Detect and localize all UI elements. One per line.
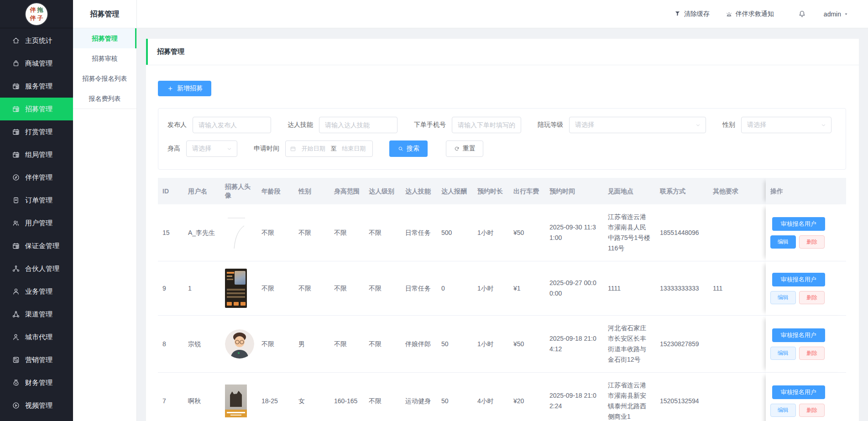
main-content: 招募管理 ＋ 新增招募 发布人 达人技能 下单手机 xyxy=(137,28,868,421)
sidebar-item-渠道管理[interactable]: 渠道管理 xyxy=(0,303,73,326)
cell-place: 江苏省连云港市灌南县人民中路75号1号楼116号 xyxy=(603,204,655,261)
cell-fare: ¥50 xyxy=(509,316,545,373)
cell-age: 18-25 xyxy=(257,373,294,421)
person2-icon xyxy=(12,333,20,341)
filter-panel: 发布人 达人技能 下单手机号 陪玩等级 请选择 xyxy=(158,108,846,170)
sidebar-item-主页统计[interactable]: 主页统计 xyxy=(0,29,73,52)
cell-contact: 13333333333 xyxy=(655,261,708,316)
sidebar-item-招募管理[interactable]: 招募管理 xyxy=(0,98,73,120)
user-menu[interactable]: admin xyxy=(824,10,849,18)
sidebar-item-label: 主页统计 xyxy=(25,36,52,45)
sidebar-item-营销管理[interactable]: 营销管理 xyxy=(0,348,73,371)
gender-select[interactable]: 请选择 xyxy=(741,117,831,133)
cell-level: 不限 xyxy=(364,261,401,316)
add-recruit-button[interactable]: ＋ 新增招募 xyxy=(158,81,211,96)
review-applicants-button[interactable]: 审核报名用户 xyxy=(772,273,825,286)
column-header: 预约时长 xyxy=(473,178,509,204)
sidebar-item-订单管理[interactable]: 订单管理 xyxy=(0,189,73,212)
logo-seal: 伴拖伴子 xyxy=(26,3,47,25)
calendar-icon xyxy=(12,242,20,250)
cell-id: 7 xyxy=(158,373,183,421)
plus-icon: ＋ xyxy=(167,85,174,92)
org-icon xyxy=(12,265,20,273)
share-icon xyxy=(12,310,20,318)
cell-height-range: 不限 xyxy=(329,316,364,373)
delete-button[interactable]: 删除 xyxy=(799,404,825,417)
submenu-item-报名费列表[interactable]: 报名费列表 xyxy=(73,88,136,109)
sidebar-item-组局管理[interactable]: 组局管理 xyxy=(0,143,73,166)
reset-button[interactable]: 重置 xyxy=(446,140,483,157)
cell-username: A_李先生 xyxy=(183,204,220,261)
sidebar-item-城市代理[interactable]: 城市代理 xyxy=(0,326,73,348)
column-header: 达人级别 xyxy=(364,178,401,204)
logo-char: 子 xyxy=(37,15,43,21)
publisher-label: 发布人 xyxy=(167,121,187,129)
sidebar-item-服务管理[interactable]: 服务管理 xyxy=(0,75,73,98)
cell-contact: 18551448096 xyxy=(655,204,708,261)
logo-char: 伴 xyxy=(30,15,36,21)
cell-skill: 伴娘伴郎 xyxy=(401,316,437,373)
cell-duration: 1小时 xyxy=(473,261,509,316)
delete-button[interactable]: 删除 xyxy=(799,235,825,249)
sidebar-item-伴伴管理[interactable]: 伴伴管理 xyxy=(0,166,73,189)
apply-time-daterange[interactable]: 开始日期 至 结束日期 xyxy=(285,140,373,157)
cell-username: 宗锐 xyxy=(183,316,220,373)
level-label: 陪玩等级 xyxy=(538,121,563,129)
cell-level: 不限 xyxy=(364,373,401,421)
sidebar-item-label: 伴伴管理 xyxy=(25,173,52,182)
sidebar-item-用户管理[interactable]: 用户管理 xyxy=(0,212,73,234)
cell-place: 1111 xyxy=(603,261,655,316)
cell-time: 2025-09-18 21:04:12 xyxy=(545,316,603,373)
cell-reward: 50 xyxy=(437,316,473,373)
cell-age: 不限 xyxy=(257,316,294,373)
cell-duration: 1小时 xyxy=(473,316,509,373)
video-icon xyxy=(12,401,20,410)
column-header: 见面地点 xyxy=(603,178,655,204)
marketing-icon xyxy=(12,356,20,364)
edit-button[interactable]: 编辑 xyxy=(770,291,796,304)
sidebar-item-业务管理[interactable]: 业务管理 xyxy=(0,280,73,303)
header-action-伴伴求救通知[interactable]: 伴伴求救通知 xyxy=(725,10,774,18)
review-applicants-button[interactable]: 审核报名用户 xyxy=(772,217,825,231)
cell-skill: 日常任务 xyxy=(401,204,437,261)
submenu-item-招募管理[interactable]: 招募管理 xyxy=(73,28,136,48)
edit-button[interactable]: 编辑 xyxy=(770,347,796,360)
sidebar-item-视频管理[interactable]: 视频管理 xyxy=(0,394,73,417)
phone-label: 下单手机号 xyxy=(414,121,446,129)
sidebar-item-财务管理[interactable]: 财务管理 xyxy=(0,371,73,394)
table-row: 8宗锐不限男不限不限伴娘伴郎501小时¥502025-09-18 21:04:1… xyxy=(158,316,846,373)
column-header: 招募人头像 xyxy=(220,178,257,204)
skill-input[interactable] xyxy=(319,117,397,133)
review-applicants-button[interactable]: 审核报名用户 xyxy=(772,385,825,399)
delete-button[interactable]: 删除 xyxy=(799,347,825,360)
app-logo: 伴拖伴子 xyxy=(0,0,73,28)
delete-button[interactable]: 删除 xyxy=(799,291,825,304)
review-applicants-button[interactable]: 审核报名用户 xyxy=(772,328,825,342)
sidebar-item-合伙人管理[interactable]: 合伙人管理 xyxy=(0,257,73,280)
cell-height-range: 不限 xyxy=(329,261,364,316)
cell-time: 2025-09-27 00:00:00 xyxy=(545,261,603,316)
start-date-placeholder: 开始日期 xyxy=(299,145,328,153)
cell-time: 2025-09-30 11:31:00 xyxy=(545,204,603,261)
page-title: 招募管理 xyxy=(157,47,184,56)
submenu-item-招募审核[interactable]: 招募审核 xyxy=(73,48,136,68)
refresh-icon xyxy=(454,146,460,152)
search-button[interactable]: 搜索 xyxy=(389,140,428,157)
edit-button[interactable]: 编辑 xyxy=(770,235,796,249)
sidebar-item-保证金管理[interactable]: 保证金管理 xyxy=(0,234,73,257)
recruiter-avatar xyxy=(225,385,247,417)
publisher-input[interactable] xyxy=(193,117,271,133)
header-action-清除缓存[interactable]: 清除缓存 xyxy=(674,10,710,18)
height-select[interactable]: 请选择 xyxy=(186,140,237,157)
edit-button[interactable]: 编辑 xyxy=(770,404,796,417)
phone-input[interactable] xyxy=(452,117,521,133)
sidebar-item-商城管理[interactable]: 商城管理 xyxy=(0,52,73,75)
cell-avatar xyxy=(220,373,257,421)
sidebar-nav: 主页统计商城管理服务管理招募管理打赏管理组局管理伴伴管理订单管理用户管理保证金管… xyxy=(0,28,73,417)
level-select[interactable]: 请选择 xyxy=(569,117,706,133)
logo-char: 伴 xyxy=(30,7,36,13)
notification-bell-icon[interactable] xyxy=(798,10,806,18)
sidebar-item-打赏管理[interactable]: 打赏管理 xyxy=(0,120,73,143)
submenu-list: 招募管理招募审核招募令报名列表报名费列表 xyxy=(73,28,136,109)
submenu-item-招募令报名列表[interactable]: 招募令报名列表 xyxy=(73,68,136,88)
